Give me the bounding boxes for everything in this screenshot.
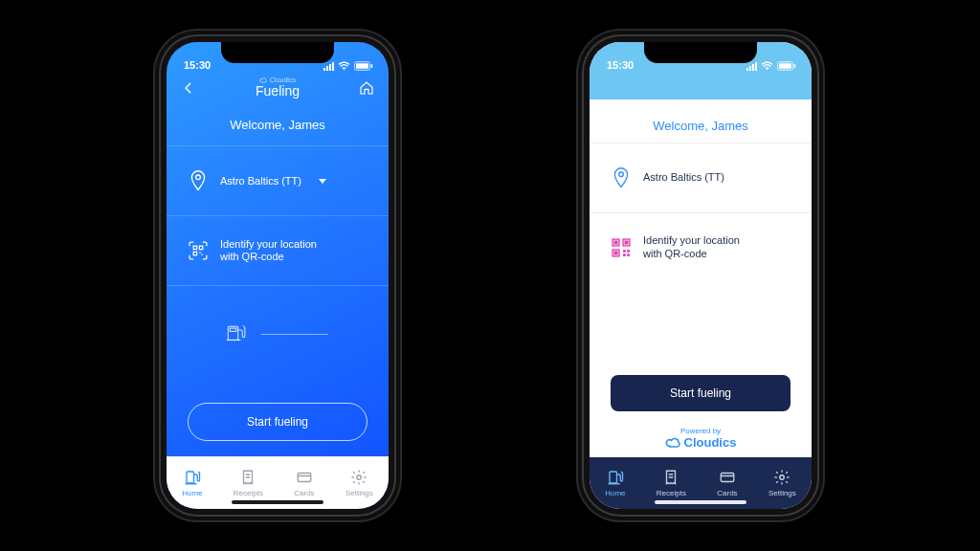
- navbar: Cloudics Fueling: [167, 73, 389, 104]
- qr-text: Identify your location with QR-code: [643, 234, 740, 261]
- svg-rect-30: [610, 472, 617, 483]
- svg-rect-11: [230, 328, 236, 331]
- home-indicator: [232, 500, 323, 504]
- tab-label: Receipts: [234, 489, 263, 497]
- device-notch: [644, 42, 757, 63]
- signal-icon: [323, 62, 334, 71]
- pump-slider[interactable]: [188, 299, 368, 368]
- device-notch: [221, 42, 334, 63]
- qr-identify-row[interactable]: Identify your location with QR-code: [611, 227, 791, 269]
- svg-point-32: [780, 475, 785, 480]
- start-fueling-button[interactable]: Start fueling: [611, 375, 791, 411]
- battery-icon: [354, 61, 373, 71]
- svg-rect-26: [623, 250, 626, 253]
- qr-code-icon: [611, 237, 632, 258]
- start-fueling-button[interactable]: Start fueling: [188, 403, 368, 441]
- tab-cards[interactable]: Cards: [294, 469, 314, 497]
- phone-mockup-blue: 15:30: [161, 36, 394, 515]
- svg-rect-27: [627, 250, 630, 253]
- tab-settings[interactable]: Settings: [768, 469, 796, 497]
- svg-rect-9: [201, 254, 202, 255]
- svg-rect-6: [199, 247, 202, 250]
- powered-by: Powered by Cloudics: [590, 427, 812, 457]
- svg-point-4: [196, 175, 201, 180]
- svg-rect-23: [625, 241, 628, 244]
- svg-point-15: [767, 69, 768, 70]
- back-icon[interactable]: [180, 79, 197, 97]
- tab-home[interactable]: Home: [182, 469, 202, 497]
- signal-icon: [746, 62, 757, 71]
- home-icon[interactable]: [358, 79, 375, 97]
- chevron-down-icon: [319, 179, 326, 184]
- page-title: Fueling: [256, 84, 300, 99]
- location-pin-icon: [188, 170, 209, 191]
- tab-label: Cards: [717, 489, 737, 497]
- station-selector[interactable]: Astro Baltics (TT): [188, 160, 368, 202]
- svg-rect-12: [187, 472, 194, 483]
- tab-settings[interactable]: Settings: [345, 469, 373, 497]
- tab-cards[interactable]: Cards: [717, 469, 737, 497]
- tab-label: Cards: [294, 489, 314, 497]
- svg-rect-2: [356, 63, 368, 68]
- qr-identify-row[interactable]: Identify your location with QR-code: [188, 230, 368, 272]
- qr-text: Identify your location with QR-code: [220, 238, 317, 265]
- fuel-pump-icon: [227, 322, 252, 345]
- qr-scan-icon: [188, 240, 209, 261]
- svg-rect-25: [614, 252, 617, 254]
- slider-line: [261, 334, 328, 335]
- svg-rect-17: [779, 63, 791, 68]
- tab-label: Settings: [768, 489, 796, 497]
- tab-home[interactable]: Home: [605, 469, 625, 497]
- svg-rect-21: [614, 241, 617, 244]
- tab-receipts[interactable]: Receipts: [234, 469, 263, 497]
- svg-rect-31: [721, 474, 734, 482]
- tab-label: Home: [182, 489, 202, 497]
- svg-rect-18: [794, 64, 796, 68]
- svg-rect-5: [193, 247, 196, 250]
- svg-rect-3: [371, 64, 373, 68]
- status-time: 15:30: [607, 59, 634, 71]
- battery-icon: [777, 61, 796, 71]
- station-name: Astro Baltics (TT): [220, 175, 301, 188]
- location-pin-icon: [611, 167, 632, 188]
- svg-point-0: [344, 69, 345, 70]
- wifi-icon: [761, 61, 773, 71]
- tab-receipts[interactable]: Receipts: [657, 469, 686, 497]
- tab-label: Home: [605, 489, 625, 497]
- station-row[interactable]: Astro Baltics (TT): [611, 157, 791, 199]
- status-time: 15:30: [184, 59, 211, 71]
- welcome-text: Welcome, James: [167, 104, 389, 145]
- tab-label: Receipts: [657, 489, 686, 497]
- svg-point-19: [619, 172, 624, 177]
- phone-mockup-light: 15:30: [584, 36, 817, 515]
- welcome-text: Welcome, James: [590, 99, 812, 143]
- svg-rect-28: [623, 253, 626, 256]
- svg-rect-29: [627, 253, 630, 256]
- station-name: Astro Baltics (TT): [643, 171, 724, 185]
- svg-rect-7: [193, 253, 196, 255]
- svg-rect-13: [298, 474, 311, 482]
- wifi-icon: [338, 61, 350, 71]
- brand-mini: Cloudics: [256, 77, 300, 84]
- svg-rect-8: [199, 253, 200, 253]
- svg-point-14: [357, 475, 362, 480]
- tab-label: Settings: [345, 489, 373, 497]
- home-indicator: [655, 500, 746, 504]
